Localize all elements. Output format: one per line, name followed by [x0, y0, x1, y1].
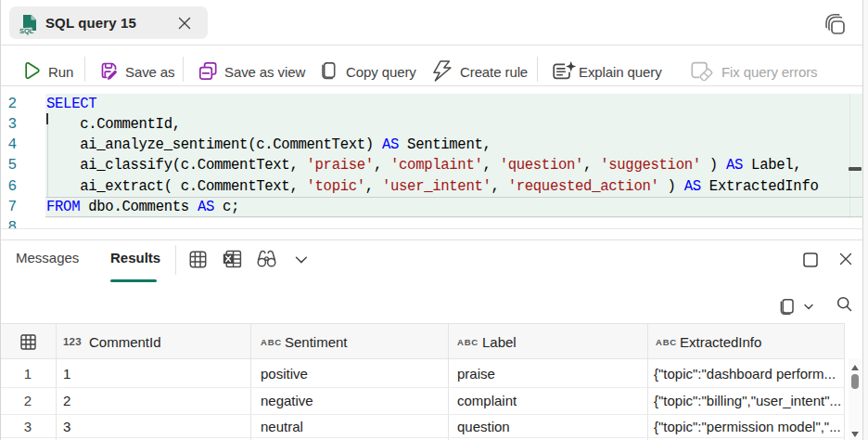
svg-text:SQL: SQL: [19, 27, 34, 35]
